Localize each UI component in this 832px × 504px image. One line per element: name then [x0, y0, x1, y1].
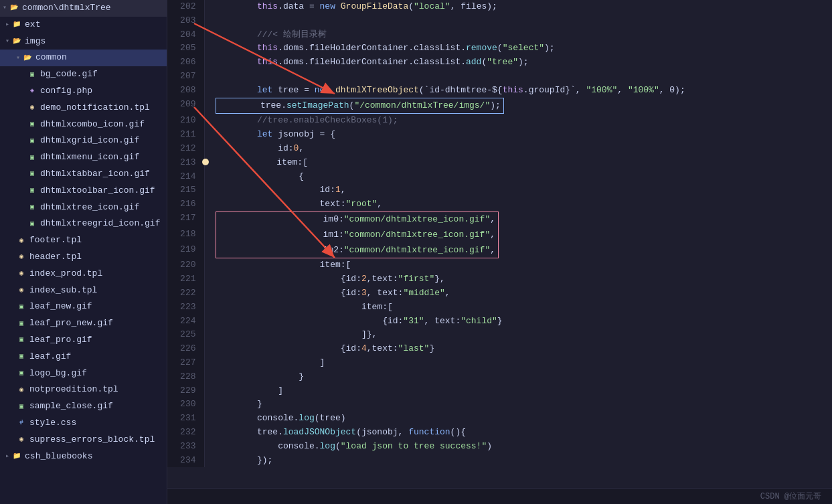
line-content — [204, 14, 832, 28]
sidebar-item[interactable]: ▣dhtmlxcombo_icon.gif — [0, 116, 167, 133]
sidebar-item-label: header.tpl — [29, 250, 82, 264]
line-number: 212 — [167, 142, 204, 156]
sidebar-item[interactable]: ▸📁ext — [0, 17, 167, 33]
sidebar-item[interactable]: ▣leaf_new.gif — [0, 299, 167, 315]
folder-icon: 📁 — [11, 19, 22, 30]
gif-icon: ▣ — [27, 219, 37, 230]
sidebar-item[interactable]: ▣dhtmlxtree_icon.gif — [0, 199, 167, 216]
table-row: 208 let tree = new dhtmlXTreeObject(`id-… — [167, 84, 832, 98]
line-content: tree.loadJSONObject(jsonobj, function(){ — [204, 426, 832, 440]
sidebar-item[interactable]: ▾📂imgs — [0, 33, 167, 50]
chevron-down-icon: ▾ — [16, 53, 20, 64]
table-row: 229 ] — [167, 384, 832, 398]
sidebar-item[interactable]: ▣dhtmlxmenu_icon.gif — [0, 149, 167, 166]
line-number: 207 — [167, 70, 204, 84]
line-content: let tree = new dhtmlXTreeObject(`id-dhtm… — [204, 84, 832, 98]
sidebar-item[interactable]: ▣dhtmlxtoolbar_icon.gif — [0, 183, 167, 199]
line-number: 219 — [167, 243, 204, 259]
sidebar-item-label: common — [35, 51, 67, 65]
line-number: 225 — [167, 328, 204, 342]
sidebar-item-label: bg_code.gif — [40, 68, 98, 82]
sidebar-item[interactable]: ▸📁csh_bluebooks — [0, 448, 167, 465]
gif-icon: ▣ — [16, 335, 27, 345]
sidebar-item[interactable]: ▣leaf_pro.gif — [0, 332, 167, 349]
sidebar-item[interactable]: ◉header.tpl — [0, 249, 167, 266]
sidebar-item[interactable]: ▣dhtmlxtabbar_icon.gif — [0, 166, 167, 183]
sidebar-item[interactable]: ▣dhtmlxtreegrid_icon.gif — [0, 216, 167, 232]
sidebar-item[interactable]: ◉notproedition.tpl — [0, 382, 167, 398]
gif-icon: ▣ — [27, 153, 37, 163]
sidebar-item[interactable]: ▣bg_code.gif — [0, 66, 167, 83]
sidebar-item-label: dhtmlxtreegrid_icon.gif — [40, 217, 160, 231]
gif-icon: ▣ — [27, 136, 37, 147]
css-icon: # — [16, 418, 27, 428]
sidebar-item-label: imgs — [25, 35, 46, 49]
gif-icon: ▣ — [16, 302, 27, 313]
sidebar-item-label: dhtmlxgrid_icon.gif — [40, 134, 139, 148]
gif-icon: ▣ — [27, 70, 37, 80]
gif-icon: ▣ — [27, 202, 37, 213]
sidebar-item[interactable]: ◈config.php — [0, 83, 167, 100]
chevron-down-icon: ▾ — [3, 3, 7, 13]
sidebar-item[interactable]: ▣dhtmlxgrid_icon.gif — [0, 133, 167, 149]
table-row: 225 ]}, — [167, 328, 832, 342]
line-content: item:[ — [204, 301, 832, 315]
sidebar-item[interactable]: ◉supress_errors_block.tpl — [0, 432, 167, 448]
code-editor: 202 this.data = new GroupFileData("local… — [167, 0, 832, 488]
sidebar-item[interactable]: ◉index_sub.tpl — [0, 282, 167, 299]
line-content: } — [204, 370, 832, 384]
sidebar-item[interactable]: ▾📂common — [0, 50, 167, 66]
table-row: 210 //tree.enableCheckBoxes(1); — [167, 114, 832, 128]
sidebar-item-label: demo_notification.tpl — [40, 101, 150, 115]
line-content: id:0, — [204, 142, 832, 156]
sidebar-item-label: logo_bg.gif — [29, 367, 87, 381]
sidebar-item-label: dhtmlxcombo_icon.gif — [40, 118, 145, 132]
sidebar-item-label: index_prod.tpl — [29, 267, 102, 281]
gif-icon: ▣ — [27, 169, 37, 179]
php-icon: ◈ — [27, 86, 37, 96]
line-content: { — [204, 170, 832, 184]
line-number: 203 — [167, 14, 204, 28]
sidebar-item[interactable]: #style.css — [0, 415, 167, 432]
table-row: 214 { — [167, 170, 832, 184]
line-number: 210 — [167, 114, 204, 128]
sidebar-item[interactable]: ▣leaf.gif — [0, 349, 167, 365]
sidebar-item[interactable]: ▣sample_close.gif — [0, 398, 167, 415]
line-content: ] — [204, 384, 832, 398]
sidebar-item[interactable]: ▣logo_bg.gif — [0, 365, 167, 382]
line-number: 205 — [167, 41, 204, 56]
table-row: 209 tree.setImagePath("/common/dhtmlxTre… — [167, 98, 832, 114]
line-number: 221 — [167, 272, 204, 286]
line-content: this.data = new GroupFileData("local", f… — [204, 0, 832, 14]
sidebar-item[interactable]: ◉index_prod.tpl — [0, 266, 167, 282]
file-tree[interactable]: ▾📂common\dhtmlxTree▸📁ext▾📂imgs▾📂common▣b… — [0, 0, 167, 504]
tpl-icon: ◉ — [16, 252, 27, 262]
table-row: 204 ///< 绘制目录树 — [167, 28, 832, 42]
line-number: 215 — [167, 183, 204, 197]
tpl-icon: ◉ — [16, 434, 27, 445]
sidebar-item[interactable]: ▾📂common\dhtmlxTree — [0, 0, 167, 17]
dot-marker — [202, 159, 209, 165]
line-content: im2:"common/dhtmlxtree_icon.gif", — [204, 243, 832, 259]
gif-icon: ▣ — [16, 319, 27, 329]
line-number: 220 — [167, 258, 204, 272]
folder-open-icon: 📂 — [11, 36, 22, 47]
tpl-icon: ◉ — [16, 285, 27, 296]
line-number: 218 — [167, 228, 204, 243]
table-row: 228 } — [167, 370, 832, 384]
chevron-down-icon: ▾ — [5, 36, 9, 47]
line-number: 223 — [167, 301, 204, 315]
line-content — [204, 70, 832, 84]
sidebar-item-label: style.css — [29, 416, 76, 430]
sidebar-item[interactable]: ◉demo_notification.tpl — [0, 100, 167, 116]
sidebar-item[interactable]: ◉footer.tpl — [0, 232, 167, 249]
table-row: 220 item:[ — [167, 258, 832, 272]
line-content: //tree.enableCheckBoxes(1); — [204, 114, 832, 128]
line-content: id:1, — [204, 183, 832, 197]
line-content: item:[ — [204, 258, 832, 272]
sidebar-item[interactable]: ▣leaf_pro_new.gif — [0, 315, 167, 332]
chevron-right-icon: ▸ — [5, 451, 9, 462]
sidebar-item-label: dhtmlxtabbar_icon.gif — [40, 167, 150, 181]
gif-icon: ▣ — [27, 185, 37, 196]
line-number: 222 — [167, 286, 204, 301]
